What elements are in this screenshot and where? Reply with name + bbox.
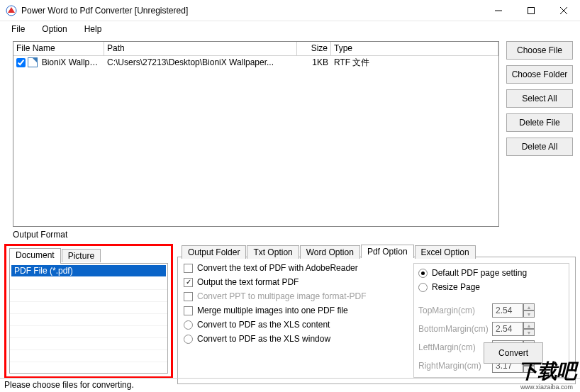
file-list-header: File Name Path Size Type (13, 42, 498, 56)
margin-top-input[interactable] (492, 303, 523, 318)
opt-xls-window[interactable]: Convert to PDF as the XLS window (184, 334, 409, 344)
svg-rect-2 (528, 7, 535, 13)
spin-down-icon[interactable]: ▼ (523, 329, 535, 336)
tab-word-option[interactable]: Word Option (300, 245, 360, 259)
file-name-cell: BioniX Wallpaper... (42, 57, 104, 67)
spin-down-icon[interactable]: ▼ (523, 366, 535, 373)
tab-document[interactable]: Document (9, 248, 61, 264)
spin-down-icon[interactable]: ▼ (523, 310, 535, 318)
col-path[interactable]: Path (104, 42, 297, 55)
select-all-button[interactable]: Select All (506, 89, 573, 108)
rtf-file-icon (28, 57, 38, 67)
opt-default-page[interactable]: Default PDF page setting (418, 268, 564, 278)
format-item-pdf[interactable]: PDF File (*.pdf) (11, 265, 166, 276)
delete-file-button[interactable]: Delete File (506, 113, 573, 132)
format-list[interactable]: PDF File (*.pdf) (9, 263, 168, 374)
menu-help[interactable]: Help (77, 23, 109, 35)
menu-bar: File Option Help (0, 21, 580, 37)
file-row-checkbox[interactable] (16, 58, 26, 67)
file-list[interactable]: File Name Path Size Type BioniX Wallpape… (13, 41, 499, 227)
tab-pdf-option[interactable]: Pdf Option (361, 245, 414, 258)
title-bar: Power Word to Pdf Converter [Unregistere… (0, 0, 580, 21)
menu-option[interactable]: Option (35, 23, 74, 35)
spin-up-icon[interactable]: ▲ (523, 303, 535, 310)
opt-xls-content[interactable]: Convert to PDF as the XLS content (184, 320, 409, 330)
col-type[interactable]: Type (331, 42, 498, 55)
choose-file-button[interactable]: Choose File (506, 41, 573, 60)
col-size[interactable]: Size (297, 42, 331, 55)
choose-folder-button[interactable]: Choose Folder (506, 65, 573, 84)
tab-excel-option[interactable]: Excel Option (415, 245, 476, 259)
file-type-cell: RTF 文件 (331, 57, 498, 69)
margin-bottom-input[interactable] (492, 322, 523, 336)
format-selector-panel: Document Picture PDF File (*.pdf) (4, 244, 173, 379)
window-title: Power Word to Pdf Converter [Unregistere… (21, 6, 482, 16)
minimize-button[interactable] (482, 0, 515, 21)
margin-top-row: TopMargin(cm)▲▼ (418, 303, 564, 318)
delete-all-button[interactable]: Delete All (506, 138, 573, 156)
tab-output-folder[interactable]: Output Folder (182, 245, 246, 259)
convert-button[interactable]: Convert (484, 342, 543, 364)
opt-merge-images[interactable]: Merge multiple images into one PDF file (184, 306, 409, 315)
opt-adobe-reader[interactable]: Convert the text of PDF with AdobeReader (184, 263, 409, 273)
tab-picture[interactable]: Picture (62, 249, 101, 262)
margin-bottom-row: BottomMargin(cm)▲▼ (418, 322, 564, 336)
spin-up-icon[interactable]: ▲ (523, 322, 535, 329)
side-buttons: Choose File Choose Folder Select All Del… (506, 41, 573, 227)
output-format-label: Output Format (0, 227, 580, 240)
maximize-button[interactable] (515, 0, 547, 21)
col-filename[interactable]: File Name (13, 42, 104, 55)
status-bar: Please choose files for converting. (0, 378, 580, 392)
file-path-cell: C:\Users\27213\Desktop\BioniX Wallpaper.… (104, 57, 297, 67)
opt-text-format[interactable]: Output the text format PDF (184, 277, 409, 287)
close-button[interactable] (547, 0, 580, 21)
app-icon (6, 5, 17, 16)
tab-txt-option[interactable]: Txt Option (247, 245, 299, 259)
opt-resize-page[interactable]: Resize Page (418, 282, 564, 292)
opt-ppt-multipage: Convert PPT to multipage image format-PD… (184, 291, 409, 301)
menu-file[interactable]: File (4, 23, 32, 35)
file-row[interactable]: BioniX Wallpaper... C:\Users\27213\Deskt… (13, 56, 498, 69)
file-size-cell: 1KB (297, 57, 331, 67)
